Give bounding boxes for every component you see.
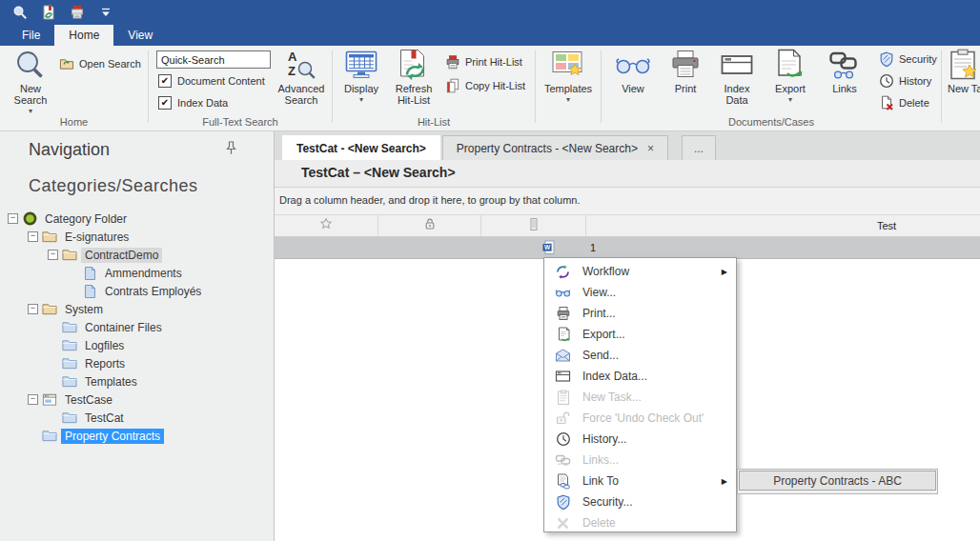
tree-item-contractdemo[interactable]: −ContractDemo <box>0 246 274 264</box>
context-menu-item-index-data[interactable]: Index Data... <box>544 366 736 387</box>
print-hitlist-button[interactable]: Print Hit-List <box>445 53 522 70</box>
tree-item-label: System <box>61 302 107 317</box>
links-button[interactable]: Links <box>820 48 869 94</box>
unlock-icon <box>555 411 571 427</box>
export-icon <box>776 48 805 82</box>
tab-view[interactable]: View <box>113 25 167 46</box>
view-button[interactable]: View <box>610 48 656 94</box>
context-menu-item-print[interactable]: Print... <box>544 303 736 324</box>
close-tab-icon[interactable]: × <box>647 142 654 155</box>
tree-item-category-folder[interactable]: −Category Folder <box>0 210 274 228</box>
glasses-icon <box>555 285 571 301</box>
column-header-label: Test <box>586 220 896 231</box>
document-content-checkbox[interactable]: ✔ Document Content <box>158 74 265 88</box>
context-menu: Workflow▶View...Print...Export...Send...… <box>543 257 737 532</box>
tree-item-container-files[interactable]: Container Files <box>0 318 274 336</box>
context-menu-item-security[interactable]: Security... <box>544 491 736 512</box>
quick-access-search-icon[interactable] <box>11 4 29 21</box>
advanced-search-button[interactable]: AZ Advanced Search <box>274 48 329 106</box>
tree-item-logfiles[interactable]: Logfiles <box>0 336 274 354</box>
doc-tab-testcat-new-search[interactable]: TestCat - <New Search> <box>282 135 440 160</box>
context-menu-item-send[interactable]: Send... <box>544 345 736 366</box>
context-menu-item-force-undo-check-out[interactable]: Force 'Undo Check Out' <box>544 408 736 429</box>
collapse-expander-icon[interactable]: − <box>28 304 38 314</box>
page-title: TestCat – <New Search> <box>301 165 456 180</box>
templates-icon <box>550 48 586 82</box>
ribbon-group-home: New Search ▾ Open Search Home <box>0 46 148 130</box>
quick-search-input[interactable] <box>156 50 271 69</box>
delete-document-icon <box>879 95 894 110</box>
tree-item-property-contracts[interactable]: Property Contracts <box>0 427 274 445</box>
context-menu-item-link-to[interactable]: Link To▶ <box>544 471 736 491</box>
tree-item-label: Templates <box>81 374 141 390</box>
tree-item-system[interactable]: −System <box>0 300 274 318</box>
tree-item-testcase[interactable]: −TestCase <box>0 391 274 409</box>
quick-access-customize-dropdown-icon[interactable] <box>97 4 114 21</box>
quick-access-refresh-document-icon[interactable] <box>40 4 57 21</box>
testcase-icon <box>42 392 57 408</box>
search-icon <box>13 48 48 82</box>
svg-text:Z: Z <box>288 64 296 78</box>
column-header-star[interactable] <box>275 215 378 236</box>
tree-item-label: Property Contracts <box>61 429 164 444</box>
collapse-expander-icon[interactable]: − <box>28 231 38 242</box>
tree-item-label: E-signatures <box>61 230 133 245</box>
doc-tab-property-contracts-new-search[interactable]: Property Contracts - <New Search>× <box>442 135 668 160</box>
context-menu-item-new-task[interactable]: New Task... <box>544 387 736 408</box>
copy-icon <box>445 78 460 93</box>
templates-button[interactable]: Templates ▾ <box>541 48 596 104</box>
star-icon <box>319 217 333 234</box>
display-button[interactable]: Display ▾ <box>338 48 384 104</box>
tree-item-ammendments[interactable]: Ammendments <box>0 264 274 282</box>
column-header-test[interactable]: Test <box>586 215 980 236</box>
group-label-hitlist: Hit-List <box>333 116 535 128</box>
tree-item-reports[interactable]: Reports <box>0 354 274 372</box>
export-button[interactable]: Export ▾ <box>766 48 815 104</box>
context-menu-item-export[interactable]: Export... <box>544 324 736 345</box>
index-card-icon <box>555 369 571 385</box>
chevron-down-icon: ▾ <box>359 96 363 104</box>
folder-tan-icon <box>62 248 77 263</box>
clipboard-icon <box>555 390 571 406</box>
menu-item-label: Export... <box>582 328 625 341</box>
folder-tan-icon <box>42 302 57 317</box>
submenu-arrow-icon: ▶ <box>722 268 727 276</box>
security-button[interactable]: Security <box>879 50 937 68</box>
tree-item-label: TestCase <box>61 392 116 408</box>
column-header-lock[interactable] <box>378 215 481 236</box>
chevron-down-icon: ▾ <box>788 96 792 104</box>
collapse-expander-icon[interactable]: − <box>48 250 58 260</box>
index-data-button[interactable]: Index Data <box>712 48 762 106</box>
submenu-item-property-contracts-abc[interactable]: Property Contracts - ABC <box>739 471 936 491</box>
tab-file[interactable]: File <box>8 25 54 46</box>
quick-access-print-icon[interactable] <box>69 4 86 21</box>
index-data-checkbox[interactable]: ✔ Index Data <box>158 96 228 110</box>
result-row-selected[interactable]: W 1 <box>275 237 980 259</box>
open-search-button[interactable]: Open Search <box>59 55 141 72</box>
collapse-expander-icon[interactable]: − <box>8 213 18 224</box>
tree-item-contrats-employ-s[interactable]: Contrats Employés <box>0 282 274 300</box>
context-menu-item-delete[interactable]: Delete <box>544 512 736 533</box>
tab-home[interactable]: Home <box>54 25 113 46</box>
history-button[interactable]: History <box>879 72 931 90</box>
tree-item-templates[interactable]: Templates <box>0 372 274 391</box>
context-menu-item-view[interactable]: View... <box>544 282 736 303</box>
menu-item-label: New Task... <box>582 391 642 404</box>
doc-tab-[interactable]: ... <box>682 135 716 160</box>
tree-item-e-signatures[interactable]: −E-signatures <box>0 228 274 246</box>
pin-icon[interactable] <box>225 141 237 159</box>
context-menu-item-workflow[interactable]: Workflow▶ <box>544 261 736 282</box>
collapse-expander-icon[interactable]: − <box>28 394 38 405</box>
print-button[interactable]: Print <box>663 48 708 94</box>
new-task-button[interactable]: New Task <box>948 48 980 94</box>
copy-hitlist-button[interactable]: Copy Hit-List <box>445 77 525 94</box>
tree-item-testcat[interactable]: TestCat <box>0 409 274 427</box>
refresh-hitlist-button[interactable]: Refresh Hit-List <box>387 48 440 106</box>
new-search-button[interactable]: New Search ▾ <box>6 48 55 115</box>
group-by-bar[interactable]: Drag a column header, and drop it here, … <box>275 188 980 215</box>
context-menu-item-history[interactable]: History... <box>544 429 736 450</box>
delete-button[interactable]: Delete <box>879 94 929 111</box>
file-blue-icon <box>82 266 97 281</box>
column-header-document[interactable] <box>481 215 586 236</box>
context-menu-item-links[interactable]: Links... <box>544 450 736 471</box>
